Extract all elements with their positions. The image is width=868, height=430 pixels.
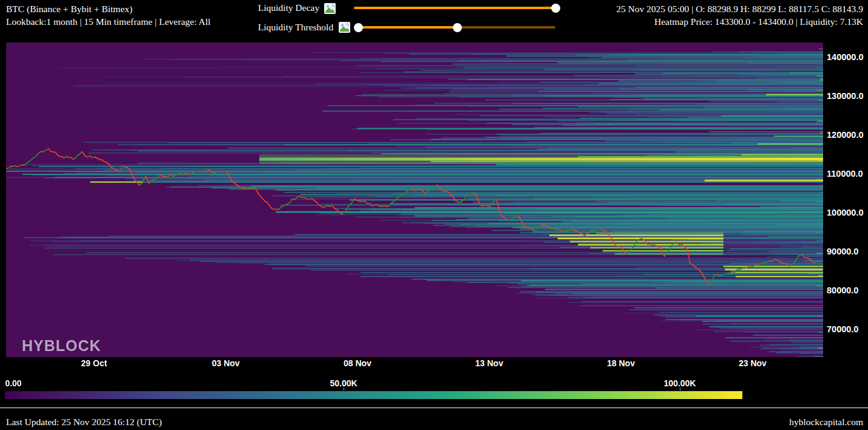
hyblock-watermark: HYBLOCK xyxy=(22,337,101,355)
y-axis-label: 120000.0 xyxy=(827,130,863,140)
liquidity-threshold-slider-range[interactable] xyxy=(358,26,457,29)
header-right: 25 Nov 2025 05:00 | O: 88298.9 H: 88299 … xyxy=(616,2,863,28)
liquidity-decay-label: Liquidity Decay xyxy=(258,2,319,13)
y-axis-label: 100000.0 xyxy=(827,208,863,217)
site-link[interactable]: hyblockcapital.com xyxy=(789,417,863,428)
liquidity-threshold-label: Liquidity Threshold xyxy=(258,22,333,33)
colorbar-label: 0.00 xyxy=(0,378,41,388)
colorbar-tick xyxy=(344,387,344,391)
last-updated-text: Last Updated: 25 Nov 2025 16:12 (UTC) xyxy=(6,417,162,428)
heatmap-hover-readout: Heatmap Price: 143300.0 - 143400.0 | Liq… xyxy=(616,15,863,28)
x-axis-label: 29 Oct xyxy=(70,358,118,368)
lookback-subtitle: Lookback:1 month | 15 Min timeframe | Le… xyxy=(6,15,211,28)
liquidation-heatmap-canvas[interactable] xyxy=(6,43,823,357)
y-axis-label: 140000.0 xyxy=(827,52,863,62)
x-axis-label: 13 Nov xyxy=(465,358,514,368)
symbol-title: BTC (Binance + Bybit + Bitmex) xyxy=(6,2,211,15)
x-axis-label: 18 Nov xyxy=(597,358,645,368)
colorbar-label: 50.00K xyxy=(316,378,371,388)
x-axis-label: 08 Nov xyxy=(333,358,382,368)
y-axis-label: 110000.0 xyxy=(827,169,863,179)
colorbar-tick xyxy=(680,387,680,391)
y-axis-label: 70000.0 xyxy=(827,324,858,334)
colorbar-gradient xyxy=(5,391,742,399)
y-axis-label: 80000.0 xyxy=(827,285,858,295)
liquidity-decay-slider-track[interactable] xyxy=(354,7,555,9)
footer-divider xyxy=(0,408,868,408)
ohlc-readout: 25 Nov 2025 05:00 | O: 88298.9 H: 88299 … xyxy=(616,2,863,15)
liquidity-decay-slider-thumb[interactable] xyxy=(551,4,560,13)
x-axis-label: 23 Nov xyxy=(728,358,777,368)
liquidation-heatmap-app: BTC (Binance + Bybit + Bitmex) Lookback:… xyxy=(0,0,868,430)
broken-image-icon xyxy=(324,2,336,15)
liquidity-threshold-high-thumb[interactable] xyxy=(453,23,462,32)
broken-image-icon xyxy=(338,21,351,33)
y-axis-label: 130000.0 xyxy=(827,91,863,101)
liquidity-threshold-low-thumb[interactable] xyxy=(354,23,363,32)
x-axis-label: 03 Nov xyxy=(202,358,250,368)
colorbar-label: 100.00K xyxy=(653,378,707,388)
y-axis-label: 90000.0 xyxy=(827,247,858,256)
header-left: BTC (Binance + Bybit + Bitmex) Lookback:… xyxy=(6,2,211,28)
